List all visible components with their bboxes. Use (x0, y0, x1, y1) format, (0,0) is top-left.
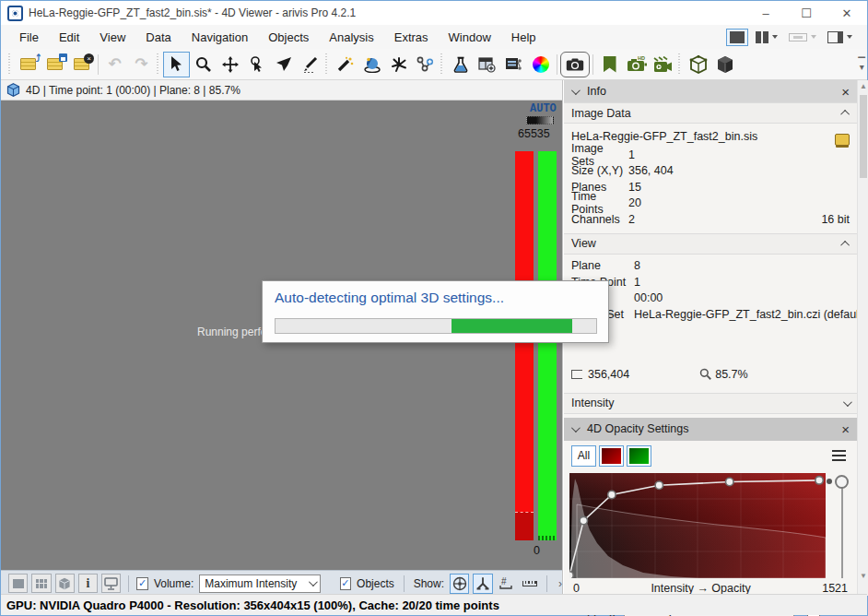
view-cube-button[interactable] (55, 574, 75, 593)
pane-icon (13, 579, 24, 588)
hd-snapshot-button[interactable]: HD (623, 52, 650, 77)
slider-knob[interactable] (835, 475, 849, 489)
progress-message: Auto-detecting optimal 3D settings... (275, 290, 504, 306)
chevron-up-icon[interactable] (840, 110, 850, 119)
volume-checkbox[interactable]: ✓ (136, 577, 148, 590)
close-document-icon: × (74, 58, 89, 70)
menu-data[interactable]: Data (136, 27, 180, 48)
gradient-range-icon[interactable] (526, 116, 554, 124)
layout-panel-button[interactable] (824, 29, 856, 46)
opacity-panel-header[interactable]: 4D Opacity Settings × (564, 418, 857, 441)
viewer-header: 4D | Time point: 1 (00:00) | Plane: 8 | … (1, 80, 562, 101)
close-button[interactable]: ✕ (827, 1, 867, 25)
table-add-button[interactable] (474, 52, 500, 77)
layout-single-button[interactable] (726, 29, 748, 46)
info-panel-header[interactable]: Info × (564, 80, 857, 102)
menu-help[interactable]: Help (502, 27, 545, 48)
particles-button[interactable] (385, 52, 412, 77)
movie-export-button[interactable] (650, 52, 676, 77)
scalebar-button[interactable]: # (497, 574, 516, 594)
red-channel-colorbar[interactable] (515, 151, 534, 540)
stereo-button[interactable] (711, 52, 738, 77)
minimize-button[interactable]: – (745, 1, 786, 25)
table-row: Image Set HeLa-Reggie-GFP_ZT_fast2_bin.c… (571, 306, 850, 323)
snapshot-button[interactable] (560, 52, 590, 77)
scroll-down-icon[interactable]: ▼ (858, 570, 868, 583)
save-button[interactable] (41, 52, 68, 77)
scroll-up-icon[interactable]: ▲ (858, 80, 868, 93)
presentation-button[interactable] (101, 574, 121, 593)
menu-edit[interactable]: Edit (50, 27, 88, 48)
render-scene-button[interactable] (358, 52, 385, 77)
channel-all-button[interactable]: All (571, 445, 596, 467)
layout-split-button[interactable] (752, 29, 781, 46)
green-channel-colorbar[interactable] (538, 151, 557, 540)
menu-file[interactable]: File (10, 27, 48, 48)
draw-tool-button[interactable] (297, 52, 323, 77)
show-overflow-button[interactable]: › (558, 577, 562, 590)
opacity-panel-title: 4D Opacity Settings (587, 422, 688, 435)
menu-navigation[interactable]: Navigation (182, 27, 257, 48)
viewer-bottom-toolbar: i ✓ Volume: Maximum Intensity ✓ Objects … (1, 570, 562, 596)
bookmark-icon (604, 56, 616, 73)
opacity-max-slider[interactable] (833, 471, 851, 580)
compass-icon (452, 576, 467, 591)
pipeline-button[interactable] (500, 52, 527, 77)
menu-analysis[interactable]: Analysis (320, 27, 382, 48)
menu-window[interactable]: Window (440, 27, 500, 48)
opacity-close-icon[interactable]: × (841, 421, 850, 437)
channel-green-button[interactable] (627, 445, 651, 467)
menu-view[interactable]: View (90, 27, 135, 48)
ruler-button[interactable] (520, 574, 539, 594)
nodes-plus-icon (416, 56, 434, 73)
chevron-down-icon (309, 577, 318, 586)
zoom-tool-button[interactable] (190, 52, 217, 77)
opacity-menu-button[interactable] (832, 450, 850, 461)
intensity-section-header[interactable]: Intensity (564, 393, 857, 414)
channel-selector-row: All (564, 441, 857, 469)
panel-scrollbar[interactable]: ▲ ▼ (857, 80, 868, 596)
clipping-button[interactable] (685, 52, 711, 77)
auto-range-button[interactable]: AUTO (530, 102, 557, 115)
navigator-compass-button[interactable] (450, 574, 469, 594)
magic-wand-button[interactable] (332, 52, 358, 77)
objects-checkbox[interactable]: ✓ (340, 577, 352, 590)
navigate-arrow-button[interactable] (270, 52, 297, 77)
maximize-button[interactable]: ☐ (786, 1, 827, 25)
view-2d-button[interactable] (8, 574, 28, 593)
analysis-flask-button[interactable] (447, 52, 474, 77)
channel-red-button[interactable] (599, 445, 624, 467)
select-tool-button[interactable] (163, 52, 190, 77)
magnifier-icon (699, 368, 711, 380)
toolbar-overflow-button[interactable]: ▔▾ (858, 60, 865, 69)
view-gallery-button[interactable] (31, 574, 51, 593)
view-size-zoom-row: 356,404 85.7% (571, 363, 850, 385)
track-nodes-button[interactable] (412, 52, 439, 77)
info-button[interactable]: i (78, 574, 98, 593)
opacity-curve-graph[interactable] (569, 473, 826, 578)
close-document-button[interactable]: × (68, 52, 95, 77)
collapse-chevron-icon[interactable] (571, 423, 581, 432)
objects-label: Objects (357, 577, 394, 590)
import-button[interactable]: ⤴ (15, 52, 41, 77)
colors-button[interactable] (527, 52, 554, 77)
collapse-chevron-icon[interactable] (571, 86, 581, 95)
menu-extras[interactable]: Extras (385, 27, 438, 48)
pan-tool-button[interactable] (217, 52, 243, 77)
image-data-header[interactable]: Image Data (564, 102, 857, 124)
view-section-header[interactable]: View (564, 233, 857, 255)
menu-objects[interactable]: Objects (259, 27, 318, 48)
pick-tool-button[interactable] (243, 52, 270, 77)
bookmark-button[interactable] (596, 52, 623, 77)
scrollbar-thumb[interactable] (860, 95, 867, 178)
redo-button: ↷ (128, 52, 155, 77)
redo-icon: ↷ (135, 54, 147, 74)
orientation-axis-button[interactable] (473, 574, 492, 594)
chevron-up-icon[interactable] (840, 240, 850, 249)
volume-mode-select[interactable]: Maximum Intensity (199, 575, 321, 593)
image-set-monitor-icon[interactable] (835, 134, 850, 146)
info-close-icon[interactable]: × (841, 84, 850, 100)
chevron-down-icon[interactable] (843, 397, 852, 407)
pan-arrows-icon (222, 56, 239, 73)
magic-wand-icon (336, 56, 354, 73)
